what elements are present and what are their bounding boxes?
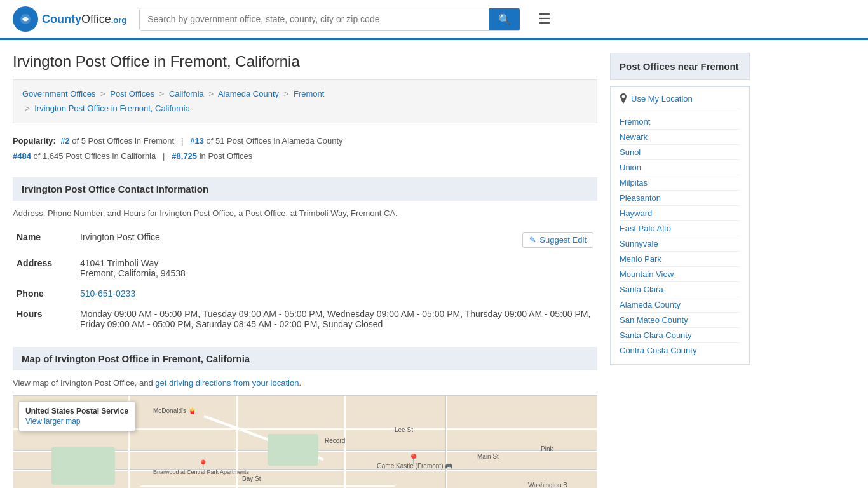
breadcrumb-current[interactable]: Irvington Post Office in Fremont, Califo… [34,104,190,113]
sidebar-link-santa-clara[interactable]: Santa Clara [620,282,740,297]
contact-table: Name Irvington Post Office ✎ Suggest Edi… [13,227,597,334]
sidebar-link-east-palo-alto[interactable]: East Palo Alto [620,221,740,236]
search-input[interactable] [140,8,489,30]
sidebar-link-fremont[interactable]: Fremont [620,114,740,130]
map-container[interactable]: McDonald's 🍟 Record Lee St Main St Washi… [13,395,597,488]
rank3: #484 [13,151,31,161]
popup-title: United States Postal Service [25,407,128,416]
svg-point-2 [24,17,27,21]
hamburger-icon: ☰ [538,11,551,27]
hours-label: Hours [13,304,76,334]
phone-link[interactable]: 510-651-0233 [80,288,135,299]
use-my-location-button[interactable]: Use My Location [620,93,740,109]
breadcrumb-post-offices[interactable]: Post Offices [110,89,154,98]
sidebar-link-sunol[interactable]: Sunol [620,145,740,160]
location-pin-icon [620,93,627,104]
address-value: 41041 Trimboli Way Fremont, California, … [76,253,597,283]
sidebar-link-san-mateo-county[interactable]: San Mateo County [620,313,740,328]
sidebar-link-mountain-view[interactable]: Mountain View [620,267,740,282]
phone-value: 510-651-0233 [76,283,597,304]
contact-section: Irvington Post Office Contact Informatio… [13,177,597,334]
breadcrumb-sep-2: > [159,89,165,98]
main-layout: Irvington Post Office in Fremont, Califo… [0,40,868,488]
rank2-desc: of 51 Post Offices in Alameda County [207,136,343,146]
sidebar-link-santa-clara-county[interactable]: Santa Clara County [620,328,740,343]
map-label-game-kastle: Game Kastle (Fremont) 🎮 [377,463,452,470]
content: Irvington Post Office in Fremont, Califo… [13,53,597,488]
sidebar-link-alameda-county[interactable]: Alameda County [620,297,740,313]
sidebar-link-contra-costa-county[interactable]: Contra Costa County [620,343,740,358]
sidebar-link-menlo-park[interactable]: Menlo Park [620,252,740,267]
map-label-wash: Washington B [528,482,567,488]
sidebar-link-sunnyvale[interactable]: Sunnyvale [620,236,740,252]
page-title: Irvington Post Office in Fremont, Califo… [13,53,597,71]
breadcrumb-california[interactable]: California [169,89,204,98]
breadcrumb-sep-3: > [208,89,214,98]
menu-button[interactable]: ☰ [533,8,556,30]
map-desc: View map of Irvington Post Office, and g… [13,378,597,388]
map-label-briarwood: Briarwood at Central Park Apartments [153,469,249,475]
map-pin-briarwood: 📍 [198,459,208,470]
table-row-name: Name Irvington Post Office ✎ Suggest Edi… [13,227,597,253]
sidebar-content: Use My Location FremontNewarkSunolUnionM… [610,86,750,365]
search-icon: 🔍 [498,14,511,25]
map-label-main-st: Main St [477,453,499,460]
name-value: Irvington Post Office ✎ Suggest Edit [76,227,597,253]
breadcrumb-sep-1: > [100,89,105,98]
map-section: Map of Irvington Post Office in Fremont,… [13,347,597,488]
rank4: #8,725 [172,151,197,161]
map-header: Map of Irvington Post Office in Fremont,… [13,347,597,370]
map-label-record: Record [325,437,345,444]
sidebar: Post Offices near Fremont Use My Locatio… [610,53,750,488]
breadcrumb-alameda[interactable]: Alameda County [218,89,279,98]
hours-value: Monday 09:00 AM - 05:00 PM, Tuesday 09:0… [76,304,597,334]
breadcrumb-govt-offices[interactable]: Government Offices [22,89,95,98]
map-popup: United States Postal Service View larger… [18,401,135,431]
sidebar-link-milpitas[interactable]: Milpitas [620,175,740,191]
map-label-mcdonalds: McDonald's 🍟 [153,407,196,414]
logo-org: .org [111,15,127,25]
rank2: #13 [190,136,204,146]
map-label-lee-st: Lee St [395,426,413,433]
use-my-location-label: Use My Location [631,94,693,104]
address-label: Address [13,253,76,283]
search-button[interactable]: 🔍 [489,8,520,30]
sidebar-link-newark[interactable]: Newark [620,130,740,145]
popup-link[interactable]: View larger map [25,417,128,426]
sidebar-link-hayward[interactable]: Hayward [620,206,740,221]
header: CountyOffice.org 🔍 ☰ [0,0,868,40]
suggest-edit-button[interactable]: ✎ Suggest Edit [522,232,593,248]
sidebar-link-pleasanton[interactable]: Pleasanton [620,191,740,206]
contact-header: Irvington Post Office Contact Informatio… [13,177,597,201]
table-row-phone: Phone 510-651-0233 [13,283,597,304]
popularity-section: Popularity: #2 of 5 Post Offices in Frem… [13,133,597,165]
search-bar: 🔍 [139,8,520,31]
map-label-bay-st: Bay St [242,475,261,482]
table-row-hours: Hours Monday 09:00 AM - 05:00 PM, Tuesda… [13,304,597,334]
breadcrumb-sep-5: > [25,104,30,113]
logo-text: CountyOffice.org [42,13,126,26]
contact-desc: Address, Phone Number, and Hours for Irv… [13,208,597,218]
rank1-desc: of 5 Post Offices in Fremont [72,136,174,146]
logo-icon [13,6,38,32]
name-label: Name [13,227,76,253]
map-label-pink: Pink [541,445,553,452]
sidebar-link-union[interactable]: Union [620,160,740,175]
sidebar-title: Post Offices near Fremont [610,53,750,80]
rank1: #2 [60,136,69,146]
breadcrumb-sep-4: > [284,89,289,98]
breadcrumb-fremont[interactable]: Fremont [294,89,324,98]
table-row-address: Address 41041 Trimboli Way Fremont, Cali… [13,253,597,283]
popularity-label: Popularity: [13,136,56,146]
directions-link[interactable]: get driving directions from your locatio… [155,378,299,388]
breadcrumb: Government Offices > Post Offices > Cali… [13,79,597,123]
rank3-desc: of 1,645 Post Offices in California [34,151,156,161]
rank4-desc: in Post Offices [200,151,253,161]
sidebar-links: FremontNewarkSunolUnionMilpitasPleasanto… [620,114,740,358]
logo[interactable]: CountyOffice.org [13,6,126,32]
phone-label: Phone [13,283,76,304]
suggest-edit-icon: ✎ [529,235,536,245]
